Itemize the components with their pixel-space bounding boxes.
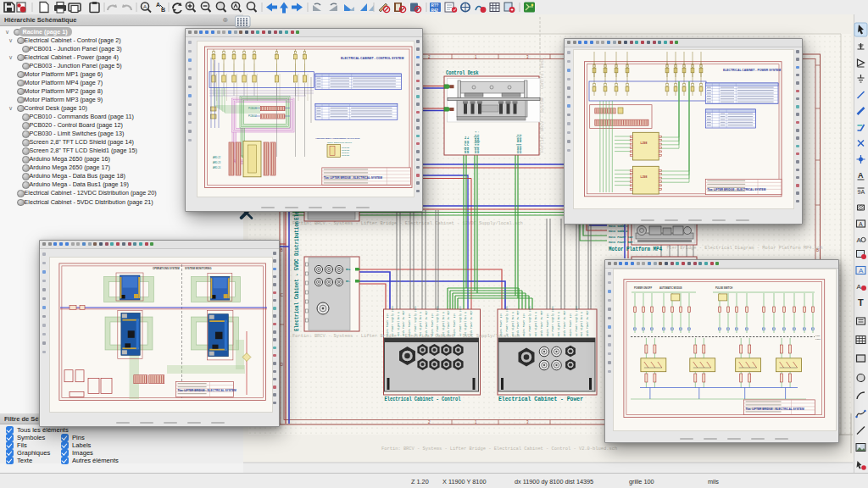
svg-text:A: A xyxy=(859,221,863,227)
svg-text:R42: R42 xyxy=(431,8,439,13)
svg-text:T: T xyxy=(858,297,864,308)
svg-text:B: B xyxy=(161,7,165,13)
svg-text:A: A xyxy=(857,283,862,291)
svg-text:A: A xyxy=(143,4,147,9)
svg-text:A: A xyxy=(858,171,864,180)
svg-text:A: A xyxy=(156,2,160,8)
svg-text:R??: R?? xyxy=(431,3,439,8)
svg-text:9A: 9A xyxy=(858,189,865,195)
svg-text:A: A xyxy=(859,267,864,274)
